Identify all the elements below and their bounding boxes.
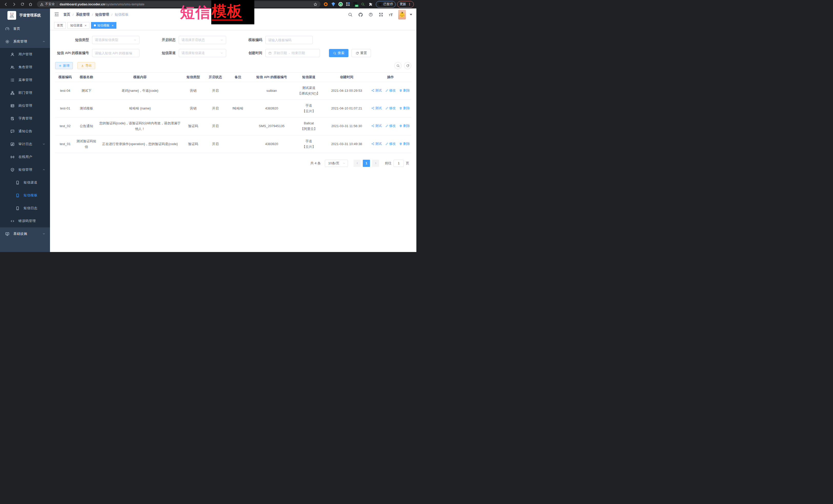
browser-home-button[interactable] bbox=[27, 1, 34, 8]
edit-link[interactable]: 修改 bbox=[385, 141, 396, 147]
chevron-down-icon bbox=[42, 143, 45, 146]
github-icon[interactable] bbox=[358, 12, 363, 17]
sidebar-item-system-management[interactable]: 系统管理 bbox=[0, 35, 50, 48]
delete-link[interactable]: 删除 bbox=[399, 141, 410, 147]
delete-link[interactable]: 删除 bbox=[399, 88, 410, 93]
sidebar-item-home[interactable]: 首页 bbox=[0, 22, 50, 35]
edit-link[interactable]: 修改 bbox=[385, 88, 396, 93]
browser-menu-dots-icon[interactable]: ⋮ bbox=[408, 2, 411, 6]
reset-button[interactable]: 重置 bbox=[352, 49, 371, 57]
status-select[interactable]: 请选择开启状态 bbox=[179, 36, 226, 44]
paused-label: 已暂停 bbox=[384, 2, 393, 6]
code-icon bbox=[10, 219, 15, 223]
sidebar-item-errorcode-management[interactable]: 错误码管理 bbox=[0, 215, 50, 227]
header-search-icon[interactable] bbox=[348, 12, 353, 17]
user-avatar[interactable]: 👶 bbox=[398, 10, 406, 20]
prev-page-button[interactable] bbox=[354, 160, 361, 167]
share-icon bbox=[371, 142, 374, 145]
add-button[interactable]: 新增 bbox=[55, 62, 73, 69]
template-code-input[interactable] bbox=[268, 38, 310, 42]
address-bar[interactable]: 不安全 dashboard.yudao.iocoder.cn/system/sm… bbox=[37, 1, 320, 7]
sidebar-item-online-users[interactable]: 在线用户 bbox=[0, 150, 50, 163]
goto-page-input[interactable]: 1 bbox=[394, 160, 404, 167]
font-size-icon[interactable]: TT bbox=[389, 13, 393, 17]
page-suffix-label: 页 bbox=[406, 161, 409, 166]
test-link[interactable]: 测试 bbox=[371, 88, 382, 93]
total-count-label: 共 4 条 bbox=[310, 161, 321, 166]
fullscreen-icon[interactable] bbox=[379, 12, 384, 17]
browser-forward-button[interactable] bbox=[11, 1, 18, 8]
sidebar-item-role-management[interactable]: 角色管理 bbox=[0, 61, 50, 74]
create-time-range-picker[interactable]: 开始日期 - 结束日期 bbox=[265, 49, 320, 57]
test-link[interactable]: 测试 bbox=[371, 141, 382, 147]
refresh-table-button[interactable] bbox=[404, 62, 411, 69]
sidebar: 🐰 芋道管理系统 首页 系统管理 用户管理 角色管理 菜单管理 部门管理 bbox=[0, 8, 50, 252]
edit-icon bbox=[385, 124, 388, 127]
sms-channel-select[interactable]: 请选择短信渠道 bbox=[179, 49, 226, 57]
browser-back-button[interactable] bbox=[3, 1, 9, 8]
page-number-1[interactable]: 1 bbox=[363, 160, 370, 167]
org-tree-icon bbox=[10, 91, 15, 95]
url-text: dashboard.yudao.iocoder.cn/system/sms/sm… bbox=[60, 2, 145, 6]
help-icon[interactable] bbox=[368, 12, 373, 17]
sidebar-item-dict-management[interactable]: 字典管理 bbox=[0, 112, 50, 125]
chevron-down-icon bbox=[42, 232, 45, 235]
chevron-left-icon bbox=[356, 162, 359, 165]
tag-home[interactable]: 首页 bbox=[54, 22, 66, 29]
delete-link[interactable]: 删除 bbox=[399, 123, 410, 129]
toggle-search-button[interactable] bbox=[394, 62, 402, 69]
breadcrumb-separator: / bbox=[112, 13, 113, 17]
avatar-caret-down-icon[interactable] bbox=[410, 14, 412, 16]
test-link[interactable]: 测试 bbox=[371, 123, 382, 129]
browser-reload-button[interactable] bbox=[19, 1, 26, 8]
extension-orange-ring-icon[interactable] bbox=[324, 2, 328, 7]
sidebar-item-infrastructure[interactable]: 基础设施 bbox=[0, 227, 50, 240]
bookmark-star-icon[interactable] bbox=[313, 2, 317, 7]
edit-link[interactable]: 修改 bbox=[385, 123, 396, 129]
tag-close-icon[interactable]: × bbox=[85, 24, 87, 27]
delete-link[interactable]: 删除 bbox=[399, 105, 410, 111]
next-page-button[interactable] bbox=[372, 160, 379, 167]
edit-link[interactable]: 修改 bbox=[385, 105, 396, 111]
extension-magnifier-icon[interactable] bbox=[361, 2, 365, 7]
page-size-select[interactable]: 10条/页 bbox=[325, 160, 348, 167]
browser-update-button[interactable]: 更新 ⋮ bbox=[397, 1, 414, 8]
chevron-up-icon bbox=[42, 168, 45, 171]
users-icon bbox=[10, 65, 15, 70]
sidebar-item-menu-management[interactable]: 菜单管理 bbox=[0, 74, 50, 87]
filter-row-2: 短信 API 的模板编号 短信渠道 请选择短信渠道 创建时间 bbox=[55, 49, 411, 57]
select-caret-icon bbox=[220, 39, 223, 42]
sidebar-fold-icon[interactable] bbox=[54, 12, 60, 18]
profile-paused-pill[interactable]: 😀 已暂停 bbox=[376, 1, 396, 8]
sidebar-item-post-management[interactable]: 岗位管理 bbox=[0, 99, 50, 112]
sidebar-item-sms-channel[interactable]: 短信渠道 bbox=[0, 176, 50, 189]
sidebar-item-dept-management[interactable]: 部门管理 bbox=[0, 87, 50, 99]
test-link[interactable]: 测试 bbox=[371, 105, 382, 111]
extension-y-icon[interactable]: y bbox=[338, 2, 343, 7]
sidebar-item-sms-log[interactable]: 短信日志 bbox=[0, 202, 50, 215]
breadcrumb-home[interactable]: 首页 bbox=[63, 12, 70, 17]
filter-template-code: 模板编码 bbox=[229, 36, 313, 44]
sms-type-select[interactable]: 请选择短信类型 bbox=[92, 36, 140, 44]
export-button[interactable]: 导出 bbox=[77, 62, 95, 69]
extension-gem-icon[interactable] bbox=[331, 2, 336, 7]
tag-sms-template[interactable]: 短信模板× bbox=[91, 22, 117, 29]
breadcrumb-system[interactable]: 系统管理 bbox=[76, 12, 90, 17]
sidebar-item-sms-template[interactable]: 短信模板 bbox=[0, 189, 50, 202]
filter-create-time: 创建时间 开始日期 - 结束日期 bbox=[229, 49, 320, 57]
search-icon bbox=[333, 51, 336, 55]
search-button[interactable]: 搜索 bbox=[329, 49, 349, 57]
sidebar-item-user-management[interactable]: 用户管理 bbox=[0, 48, 50, 61]
end-date-placeholder: 结束日期 bbox=[291, 51, 305, 55]
tag-sms-channel[interactable]: 短信渠道× bbox=[67, 22, 90, 29]
sidebar-item-notice[interactable]: 通知公告 bbox=[0, 125, 50, 138]
sidebar-item-sms-management[interactable]: 短信管理 bbox=[0, 163, 50, 176]
breadcrumb-sms[interactable]: 短信管理 bbox=[95, 12, 109, 17]
app-logo[interactable]: 🐰 芋道管理系统 bbox=[0, 8, 50, 22]
api-template-id-input[interactable] bbox=[95, 51, 137, 55]
sidebar-item-audit-log[interactable]: 审计日志 bbox=[0, 138, 50, 150]
tag-close-icon[interactable]: × bbox=[112, 24, 114, 27]
extension-grid-icon[interactable] bbox=[346, 2, 351, 7]
extensions-puzzle-icon[interactable] bbox=[368, 2, 373, 7]
extension-onlist-icon[interactable]: on bbox=[353, 2, 358, 7]
